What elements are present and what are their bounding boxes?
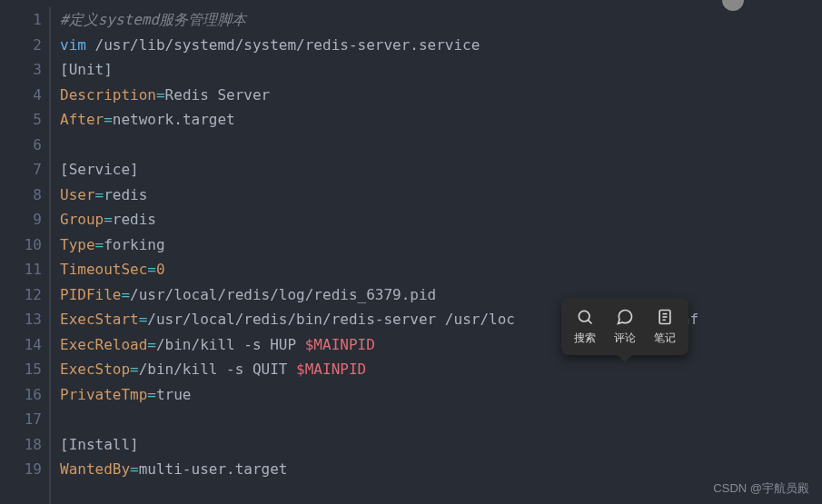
line-number: 18 bbox=[0, 432, 42, 458]
search-button[interactable]: 搜索 bbox=[574, 307, 596, 346]
code-editor: 12345678910111213141516171819 #定义systemd… bbox=[0, 0, 822, 504]
code-line: TimeoutSec=0 bbox=[60, 257, 822, 282]
line-number: 10 bbox=[0, 232, 42, 258]
line-number: 14 bbox=[0, 332, 42, 358]
line-number: 5 bbox=[0, 107, 42, 133]
line-number: 11 bbox=[0, 257, 42, 282]
code-line: User=redis bbox=[60, 183, 822, 208]
code-line: PrivateTmp=true bbox=[60, 382, 822, 408]
code-line: ExecStart=/usr/local/redis/bin/redis-ser… bbox=[60, 307, 822, 332]
code-line bbox=[60, 133, 822, 158]
search-label: 搜索 bbox=[574, 331, 596, 346]
line-number: 8 bbox=[0, 183, 42, 208]
code-line: [Service] bbox=[60, 157, 822, 183]
comment-icon bbox=[615, 307, 635, 327]
note-label: 笔记 bbox=[654, 331, 676, 346]
selection-tooltip: 搜索 评论 笔记 bbox=[561, 298, 688, 355]
svg-line-1 bbox=[588, 320, 591, 323]
line-number: 2 bbox=[0, 33, 42, 58]
svg-point-0 bbox=[579, 311, 589, 321]
comment-button[interactable]: 评论 bbox=[614, 307, 636, 346]
code-line: Type=forking bbox=[60, 232, 822, 258]
code-line: [Unit] bbox=[60, 57, 822, 83]
note-icon bbox=[655, 307, 675, 327]
line-number: 4 bbox=[0, 83, 42, 108]
watermark: CSDN @宇航员殿 bbox=[713, 480, 809, 497]
line-number: 16 bbox=[0, 382, 42, 408]
line-number: 12 bbox=[0, 282, 42, 308]
line-number: 13 bbox=[0, 307, 42, 332]
line-number: 17 bbox=[0, 407, 42, 432]
line-number: 6 bbox=[0, 133, 42, 158]
line-number: 19 bbox=[0, 457, 42, 482]
note-button[interactable]: 笔记 bbox=[654, 307, 676, 346]
code-line: After=network.target bbox=[60, 107, 822, 133]
line-gutter: 12345678910111213141516171819 bbox=[0, 7, 49, 504]
code-line: [Install] bbox=[60, 432, 822, 458]
code-line bbox=[60, 407, 822, 432]
search-icon bbox=[575, 307, 595, 327]
line-number: 15 bbox=[0, 357, 42, 382]
code-line: WantedBy=multi-user.target bbox=[60, 457, 822, 482]
line-number: 3 bbox=[0, 57, 42, 83]
code-line: ExecReload=/bin/kill -s HUP $MAINPID bbox=[60, 332, 822, 358]
code-line: Description=Redis Server bbox=[60, 83, 822, 108]
comment-label: 评论 bbox=[614, 331, 636, 346]
code-line: Group=redis bbox=[60, 207, 822, 232]
line-number: 9 bbox=[0, 207, 42, 232]
code-line: #定义systemd服务管理脚本 bbox=[60, 7, 822, 33]
line-number: 1 bbox=[0, 7, 42, 33]
code-line: PIDFile=/usr/local/redis/log/redis_6379.… bbox=[60, 282, 822, 308]
code-line: ExecStop=/bin/kill -s QUIT $MAINPID bbox=[60, 357, 822, 382]
line-number: 7 bbox=[0, 157, 42, 183]
code-content[interactable]: #定义systemd服务管理脚本vim /usr/lib/systemd/sys… bbox=[49, 7, 822, 504]
code-line: vim /usr/lib/systemd/system/redis-server… bbox=[60, 33, 822, 58]
